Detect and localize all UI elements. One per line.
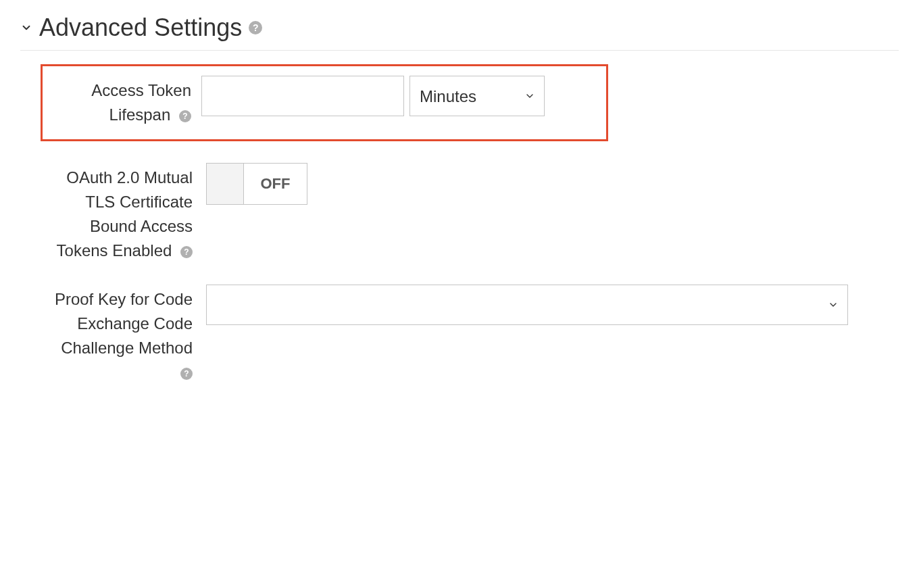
pkce-method-select[interactable] (206, 285, 848, 325)
help-icon[interactable]: ? (180, 246, 193, 258)
access-token-lifespan-input[interactable] (201, 76, 404, 116)
access-token-lifespan-unit-wrapper: Minutes (409, 76, 545, 116)
advanced-settings-header[interactable]: Advanced Settings ? (20, 14, 899, 51)
oauth-mtls-toggle[interactable]: OFF (206, 163, 307, 205)
oauth-mtls-row: OAuth 2.0 Mutual TLS Certificate Bound A… (20, 162, 899, 263)
pkce-method-row: Proof Key for Code Exchange Code Challen… (20, 283, 899, 385)
help-icon[interactable]: ? (179, 110, 191, 122)
pkce-method-label: Proof Key for Code Exchange Code Challen… (55, 290, 193, 357)
pkce-method-label-col: Proof Key for Code Exchange Code Challen… (41, 283, 206, 385)
toggle-handle (207, 164, 244, 204)
oauth-mtls-label-col: OAuth 2.0 Mutual TLS Certificate Bound A… (41, 162, 206, 263)
access-token-lifespan-unit-select[interactable]: Minutes (409, 76, 545, 116)
section-title: Advanced Settings (39, 14, 242, 42)
oauth-mtls-label: OAuth 2.0 Mutual TLS Certificate Bound A… (57, 168, 193, 260)
toggle-state-label: OFF (244, 164, 307, 204)
access-token-lifespan-row: Access Token Lifespan ? Minutes (41, 64, 608, 141)
help-icon[interactable]: ? (249, 21, 262, 34)
access-token-lifespan-label: Access Token Lifespan (91, 81, 191, 124)
pkce-method-select-wrapper (206, 285, 848, 325)
help-icon[interactable]: ? (180, 368, 193, 380)
chevron-down-icon (20, 22, 32, 34)
access-token-lifespan-label-col: Access Token Lifespan ? (49, 74, 201, 127)
